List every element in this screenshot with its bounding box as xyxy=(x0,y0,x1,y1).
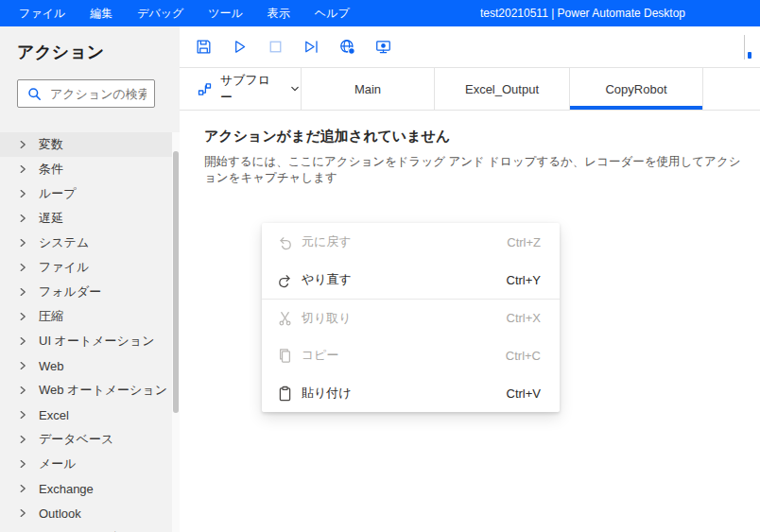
context-menu-item-undo: 元に戻す Ctrl+Z xyxy=(262,223,560,261)
chevron-right-icon xyxy=(16,433,29,446)
chevron-right-icon xyxy=(16,236,29,249)
web-recorder-button[interactable] xyxy=(336,36,358,59)
run-next-action-button[interactable] xyxy=(300,36,322,59)
action-category-list: 変数 条件 ループ 遅延 システム ファイル フォルダー 圧縮 UI オートメー… xyxy=(0,132,180,532)
window-title: test20210511 | Power Automate Desktop xyxy=(480,0,685,26)
menu-edit[interactable]: 編集 xyxy=(78,0,125,26)
sidebar-scrollbar-thumb[interactable] xyxy=(173,151,179,413)
sidebar-item-message-box[interactable]: メッセージ ボックス xyxy=(0,525,180,532)
title-menu-bar: ファイル 編集 デバッグ ツール 表示 ヘルプ test20210511 | P… xyxy=(0,0,760,26)
context-menu-shortcut: Ctrl+Z xyxy=(507,235,541,249)
desktop-recorder-icon xyxy=(374,38,392,56)
context-menu-item-copy: コピー Ctrl+C xyxy=(262,336,560,374)
sidebar-item-label: 条件 xyxy=(39,161,63,178)
sidebar-item-label: Web オートメーション xyxy=(39,382,167,399)
subflow-tab-bar: サブフロー Main Excel_Output CopyRobot xyxy=(180,68,760,111)
sidebar-item-conditionals[interactable]: 条件 xyxy=(0,157,180,181)
context-menu-label: 切り取り xyxy=(302,310,352,327)
chevron-right-icon xyxy=(16,335,29,348)
sidebar-item-ui-automation[interactable]: UI オートメーション xyxy=(0,329,180,353)
stop-icon xyxy=(267,38,285,56)
cut-icon xyxy=(277,310,293,326)
sidebar-item-excel[interactable]: Excel xyxy=(0,403,180,427)
tab-label: CopyRobot xyxy=(605,82,666,96)
sidebar-item-folder[interactable]: フォルダー xyxy=(0,280,180,304)
sidebar-item-label: 変数 xyxy=(39,136,63,153)
sidebar-item-label: メール xyxy=(39,455,77,472)
sidebar-item-label: 遅延 xyxy=(39,210,63,227)
copy-icon xyxy=(277,348,293,364)
sidebar-item-compression[interactable]: 圧縮 xyxy=(0,304,180,329)
redo-icon xyxy=(277,272,293,288)
sidebar-item-label: システム xyxy=(39,234,89,251)
menu-tools[interactable]: ツール xyxy=(196,0,255,26)
sidebar-item-web[interactable]: Web xyxy=(0,353,180,378)
sidebar-item-label: Exchange xyxy=(39,482,94,496)
toolbar-divider xyxy=(744,35,745,60)
stop-button xyxy=(264,36,286,59)
sidebar-item-delay[interactable]: 遅延 xyxy=(0,206,180,231)
power-automate-desktop-window: ファイル 編集 デバッグ ツール 表示 ヘルプ test20210511 | P… xyxy=(0,0,760,532)
sidebar-item-system[interactable]: システム xyxy=(0,231,180,255)
sidebar-item-loops[interactable]: ループ xyxy=(0,181,180,206)
paste-icon xyxy=(277,386,293,402)
chevron-right-icon xyxy=(16,285,29,299)
sidebar-item-label: ループ xyxy=(39,185,77,202)
actions-pane-title: アクション xyxy=(17,41,180,63)
context-menu-shortcut: Ctrl+C xyxy=(506,349,541,363)
chevron-right-icon xyxy=(16,310,29,323)
tab-excel-output[interactable]: Excel_Output xyxy=(435,68,570,110)
sidebar-item-label: フォルダー xyxy=(39,283,101,300)
tab-label: Excel_Output xyxy=(465,82,539,96)
chevron-right-icon xyxy=(16,457,29,471)
search-icon xyxy=(27,87,42,101)
undo-icon xyxy=(277,234,293,250)
sidebar-item-outlook[interactable]: Outlook xyxy=(0,501,180,525)
sidebar-item-label: 圧縮 xyxy=(39,308,63,325)
chevron-right-icon xyxy=(16,212,29,225)
empty-state-subtitle: 開始するには、ここにアクションをドラッグ アンド ドロップするか、レコーダーを使… xyxy=(204,154,741,186)
menu-file[interactable]: ファイル xyxy=(7,0,78,26)
save-button[interactable] xyxy=(192,36,215,59)
tab-label: Main xyxy=(354,82,381,96)
sidebar-item-label: Outlook xyxy=(39,506,81,521)
chevron-right-icon xyxy=(16,187,29,200)
chevron-right-icon xyxy=(16,408,29,421)
context-menu-item-paste[interactable]: 貼り付け Ctrl+V xyxy=(262,374,560,412)
editor-toolbar xyxy=(180,26,760,68)
subflow-dropdown[interactable]: サブフロー xyxy=(180,68,302,110)
menu-view[interactable]: 表示 xyxy=(255,0,302,26)
context-menu-item-redo[interactable]: やり直す Ctrl+Y xyxy=(262,261,560,299)
subflow-label: サブフロー xyxy=(220,72,278,106)
active-tab-indicator xyxy=(570,106,702,110)
sidebar-item-email[interactable]: メール xyxy=(0,452,180,476)
sidebar-item-label: Excel xyxy=(39,408,69,422)
context-menu-shortcut: Ctrl+X xyxy=(507,311,541,325)
desktop-recorder-button[interactable] xyxy=(371,36,394,59)
action-search-box[interactable] xyxy=(17,79,155,108)
chevron-right-icon xyxy=(16,506,29,520)
context-menu-shortcut: Ctrl+Y xyxy=(507,273,541,287)
sidebar-item-exchange[interactable]: Exchange xyxy=(0,476,180,501)
sidebar-item-database[interactable]: データベース xyxy=(0,427,180,452)
search-input[interactable] xyxy=(50,87,147,101)
sidebar-item-label: Web xyxy=(39,359,64,373)
tab-copyrobot[interactable]: CopyRobot xyxy=(570,68,703,110)
sidebar-item-variables[interactable]: 変数 xyxy=(0,132,180,157)
menu-help[interactable]: ヘルプ xyxy=(302,0,362,26)
empty-state-title: アクションがまだ追加されていません xyxy=(204,128,741,146)
context-menu-item-cut: 切り取り Ctrl+X xyxy=(262,299,560,336)
run-icon xyxy=(231,38,249,56)
sidebar-item-label: データベース xyxy=(39,431,113,448)
sidebar-item-web-automation[interactable]: Web オートメーション xyxy=(0,378,180,403)
context-menu-label: 貼り付け xyxy=(302,385,352,402)
context-menu: 元に戻す Ctrl+Z やり直す Ctrl+Y 切り取り Ctrl+X xyxy=(262,223,560,412)
tab-main[interactable]: Main xyxy=(302,68,435,110)
menu-debug[interactable]: デバッグ xyxy=(125,0,196,26)
run-next-action-icon xyxy=(302,38,320,56)
sidebar-item-file[interactable]: ファイル xyxy=(0,255,180,280)
chevron-right-icon xyxy=(16,359,29,372)
chevron-right-icon xyxy=(16,482,29,495)
chevron-right-icon xyxy=(16,261,29,274)
run-button[interactable] xyxy=(228,36,250,59)
